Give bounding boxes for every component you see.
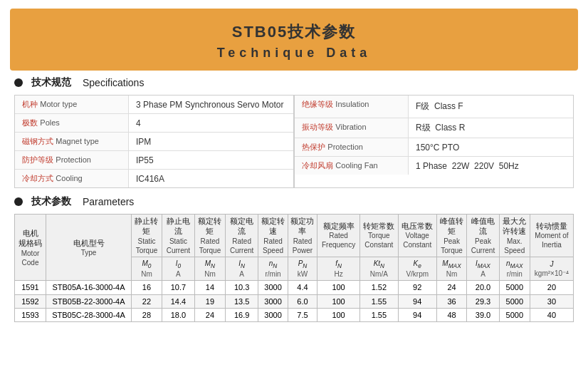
- params-label-en: Parameters: [83, 196, 134, 207]
- cell-value: 30: [530, 294, 573, 308]
- cell-value: 22: [132, 294, 162, 308]
- unit-rated-speed: nNr/min: [258, 257, 288, 281]
- spec-label-vibration: 振动等级 Vibration: [295, 118, 409, 138]
- spec-label-cooling: 冷却方式 Cooling: [15, 170, 129, 187]
- spec-value-poles: 4: [129, 114, 148, 132]
- spec-row-cooling: 冷却方式 Cooling IC416A: [15, 170, 293, 187]
- spec-value-motortype: 3 Phase PM Synchronous Servo Motor: [129, 96, 290, 113]
- cell-value: 92: [398, 281, 436, 294]
- cell-value: 1.55: [360, 294, 399, 308]
- spec-label-motortype: 机种 Motor type: [15, 96, 129, 113]
- cell-value: 10.7: [162, 281, 194, 294]
- unit-peak-current: IMAXA: [467, 257, 499, 281]
- col-rated-current: 额定电流 Rated Current: [226, 215, 258, 257]
- specs-section: 技术规范 Specifications 机种 Motor type 3 Phas…: [0, 71, 588, 191]
- cell-motor-code: 1592: [15, 294, 46, 308]
- cell-value: 24: [436, 281, 467, 294]
- spec-row-thermal: 热保护 Protection 150°C PTO: [295, 138, 573, 157]
- spec-row-poles: 极数 Poles 4: [15, 114, 293, 133]
- cell-motor-type: STB05B-22-3000-4A: [46, 294, 132, 308]
- col-inertia: 转动惯量 Moment of Inertia: [530, 215, 573, 257]
- specs-grid: 机种 Motor type 3 Phase PM Synchronous Ser…: [14, 95, 574, 188]
- col-static-current: 静止电流 Static Current: [162, 215, 194, 257]
- cell-motor-code: 1591: [15, 281, 46, 294]
- cell-value: 3000: [258, 281, 288, 294]
- cell-value: 10.3: [226, 281, 258, 294]
- header-banner: STB05技术参数 Technique Data: [0, 9, 588, 71]
- spec-value-thermal: 150°C PTO: [409, 138, 466, 156]
- cell-value: 20: [530, 281, 573, 294]
- cell-value: 28: [132, 309, 162, 322]
- cell-value: 36: [436, 294, 467, 308]
- unit-rated-torque: MNNm: [194, 257, 225, 281]
- cell-value: 39.0: [467, 309, 499, 322]
- spec-row-vibration: 振动等级 Vibration R级 Class R: [295, 118, 573, 138]
- cell-value: 7.5: [288, 309, 317, 322]
- specs-bullet: [14, 78, 23, 87]
- cell-value: 94: [398, 294, 436, 308]
- specs-right-col: 绝缘等级 Insulation F级 Class F 振动等级 Vibratio…: [295, 96, 573, 187]
- specs-section-title: 技术规范 Specifications: [14, 76, 574, 89]
- cell-value: 18.0: [162, 309, 194, 322]
- cell-value: 48: [436, 309, 467, 322]
- col-rated-freq: 额定频率 Rated Frequency: [317, 215, 360, 257]
- unit-max-speed: nMAXr/min: [499, 257, 530, 281]
- table-row: 1593STB05C-28-3000-4A2818.02416.930007.5…: [15, 309, 574, 322]
- col-rated-torque: 额定转矩 Rated Torque: [194, 215, 225, 257]
- spec-label-fan: 冷却风扇 Cooling Fan: [295, 157, 409, 175]
- spec-value-insulation: F级 Class F: [409, 96, 471, 118]
- spec-row-protection: 防护等级 Protection IP55: [15, 151, 293, 170]
- table-row: 1591STB05A-16-3000-4A1610.71410.330004.4…: [15, 281, 574, 294]
- title-cn: STB05技术参数: [17, 21, 571, 43]
- col-motor-type: 电机型号 Type: [46, 215, 132, 281]
- cell-value: 6.0: [288, 294, 317, 308]
- col-torque-const: 转矩常数 Torque Constant: [360, 215, 399, 257]
- cell-value: 29.3: [467, 294, 499, 308]
- spec-value-cooling: IC416A: [129, 170, 172, 187]
- cell-value: 3000: [258, 294, 288, 308]
- cell-value: 20.0: [467, 281, 499, 294]
- spec-label-insulation: 绝缘等级 Insulation: [295, 96, 409, 118]
- unit-torque-const: KtNNm/A: [360, 257, 399, 281]
- params-label-cn: 技术参数: [31, 195, 71, 208]
- cell-value: 16.9: [226, 309, 258, 322]
- table-row: 1592STB05B-22-3000-4A2214.41913.530006.0…: [15, 294, 574, 308]
- spec-value-magnet: IPM: [129, 133, 158, 150]
- cell-value: 14: [194, 281, 225, 294]
- unit-rated-current: INA: [226, 257, 258, 281]
- spec-row-motortype: 机种 Motor type 3 Phase PM Synchronous Ser…: [15, 96, 293, 114]
- cell-value: 16: [132, 281, 162, 294]
- cell-value: 5000: [499, 294, 530, 308]
- cell-value: 100: [317, 294, 360, 308]
- unit-peak-torque: MMAXNm: [436, 257, 467, 281]
- col-motor-code: 电机规格码 MotorCode: [15, 215, 46, 281]
- cell-value: 19: [194, 294, 225, 308]
- spec-value-fan: 1 Phase 22W 220V 50Hz: [409, 157, 526, 175]
- col-max-speed: 最大允许转速 Max. Speed: [499, 215, 530, 257]
- cell-value: 100: [317, 309, 360, 322]
- col-rated-power: 额定功率 Rated Power: [288, 215, 317, 257]
- unit-rated-freq: fNHz: [317, 257, 360, 281]
- params-section: 技术参数 Parameters 电机规格码 MotorCode 电机型号 Typ…: [0, 191, 588, 325]
- cell-value: 1.52: [360, 281, 399, 294]
- spec-row-magnet: 磁钢方式 Magnet type IPM: [15, 133, 293, 151]
- spec-value-protection: IP55: [129, 151, 161, 169]
- cell-value: 5000: [499, 309, 530, 322]
- unit-static-torque: M0Nm: [132, 257, 162, 281]
- spec-label-magnet: 磁钢方式 Magnet type: [15, 133, 129, 150]
- spec-row-fan: 冷却风扇 Cooling Fan 1 Phase 22W 220V 50Hz: [295, 157, 573, 175]
- unit-inertia: Jkgm²×10⁻⁴: [530, 257, 573, 281]
- cell-value: 5000: [499, 281, 530, 294]
- col-peak-current: 峰值电流 Peak Current: [467, 215, 499, 257]
- specs-left-col: 机种 Motor type 3 Phase PM Synchronous Ser…: [15, 96, 295, 187]
- spec-label-thermal: 热保护 Protection: [295, 138, 409, 156]
- cell-value: 40: [530, 309, 573, 322]
- title-en: Technique Data: [17, 46, 571, 61]
- cell-motor-code: 1593: [15, 309, 46, 322]
- params-header-row: 电机规格码 MotorCode 电机型号 Type 静止转矩 Static To…: [15, 215, 574, 257]
- col-peak-torque: 峰值转矩 Peak Torque: [436, 215, 467, 257]
- unit-static-current: I0A: [162, 257, 194, 281]
- cell-value: 14.4: [162, 294, 194, 308]
- cell-motor-type: STB05C-28-3000-4A: [46, 309, 132, 322]
- col-rated-speed: 额定转速 Rated Speed: [258, 215, 288, 257]
